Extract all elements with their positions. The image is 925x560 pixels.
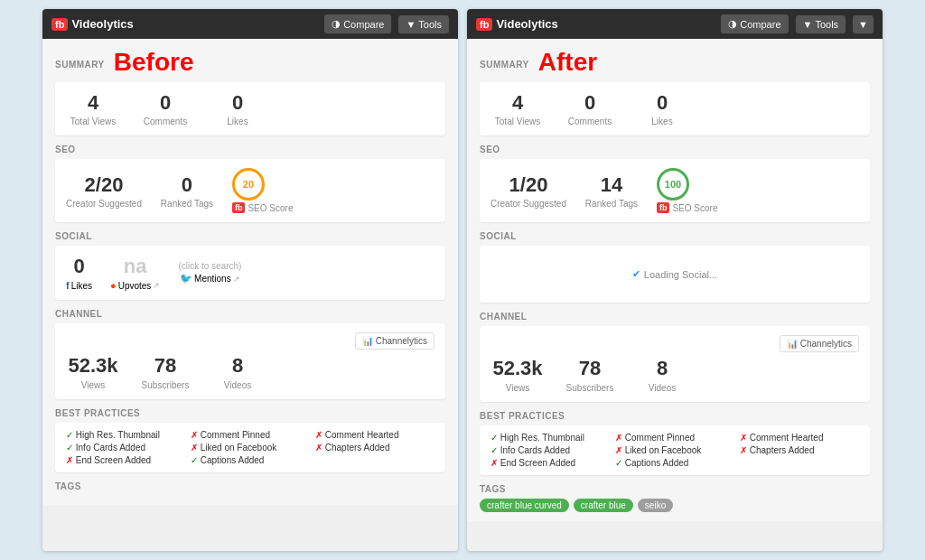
before-summary-label: SUMMARY [55, 60, 105, 70]
list-item: ✗ Chapters Added [740, 445, 859, 455]
before-comments: 0 Comments [138, 91, 192, 126]
list-item: ✗ Comment Pinned [615, 433, 734, 443]
before-channel-views: 52.3k Views [66, 354, 120, 389]
after-best-practices-card: ✓ High Res. Thumbnail ✗ Comment Pinned ✗… [480, 425, 870, 475]
after-score-brand: fb [657, 202, 670, 213]
before-seo-label: SEO [55, 145, 445, 154]
loading-check-icon: ✔ [632, 268, 640, 280]
after-social-label: SOCIAL [480, 231, 870, 241]
after-summary-label: SUMMARY [480, 60, 529, 70]
before-mentions-label: 🐦 Mentions ↗ [180, 273, 240, 285]
before-channel-stats: 52.3k Views 78 Subscribers 8 Videos [66, 354, 434, 389]
before-fb-label: f Likes [66, 280, 92, 291]
after-brand-name: Videolytics [496, 17, 557, 31]
after-tools-btn[interactable]: ▼ Tools [796, 15, 846, 33]
list-item: ✓ Captions Added [615, 458, 734, 468]
after-bp-label: BEST PRACTICES [480, 411, 870, 421]
before-summary-card: 4 Total Views 0 Comments 0 Likes [55, 82, 445, 135]
before-score-label: fb SEO Score [232, 202, 294, 213]
after-channel-header: 📊 Channelytics [491, 335, 859, 352]
chart-icon: 📊 [362, 336, 373, 346]
list-item: ✓ Captions Added [191, 455, 310, 465]
before-brand-name: Videolytics [71, 17, 133, 31]
list-item: ✗ Comment Pinned [191, 430, 310, 440]
before-likes-value: 0 [210, 91, 265, 115]
before-navbar: fb Videolytics ◑ Compare ▼ Tools [42, 9, 458, 39]
before-likes-label: Likes [210, 117, 265, 126]
before-best-practices-card: ✓ High Res. Thumbnail ✗ Comment Pinned ✗… [55, 423, 445, 472]
list-item: ✓ High Res. Thumbnail [66, 430, 185, 440]
before-ranked-value: 0 [160, 173, 214, 197]
after-chart-icon: 📊 [787, 339, 798, 349]
before-channelytics-btn[interactable]: 📊 Channelytics [355, 332, 434, 350]
before-social-card: 0 f Likes na ● Upvotes ↗ (click to searc [55, 246, 445, 300]
after-brand-icon: fb [476, 18, 492, 31]
list-item: ✗ Liked on Facebook [615, 445, 734, 455]
before-ranked-label: Ranked Tags [160, 199, 214, 209]
before-channel-videos: 8 Videos [210, 354, 265, 389]
after-compare-btn[interactable]: ◑ Compare [721, 14, 788, 33]
before-channel-header: 📊 Channelytics [66, 332, 434, 350]
before-title-row: SUMMARY Before [55, 48, 445, 77]
before-upvotes: na ● Upvotes ↗ [110, 255, 160, 291]
before-ranked-tags: 0 Ranked Tags [160, 173, 214, 209]
before-likes: 0 Likes [210, 91, 265, 126]
after-score-circle: 100 [657, 168, 689, 201]
after-arrow-btn[interactable]: ▼ [853, 15, 874, 33]
after-channel-stats: 52.3k Views 78 Subscribers 8 Videos [491, 357, 859, 392]
before-channel-card: 📊 Channelytics 52.3k Views 78 Subscriber… [55, 323, 445, 398]
tools-icon: ▼ [406, 19, 416, 30]
list-item: ✓ Info Cards Added [66, 443, 185, 453]
before-social-row: 0 f Likes na ● Upvotes ↗ (click to searc [66, 255, 434, 291]
before-creator-suggested: 2/20 Creator Suggested [66, 173, 142, 209]
before-views-label: Total Views [66, 117, 120, 126]
list-item: crafter blue [574, 499, 633, 512]
after-tags-label: TAGS [480, 484, 870, 494]
before-bp-grid: ✓ High Res. Thumbnail ✗ Comment Pinned ✗… [66, 430, 434, 465]
after-seo-card: 1/20 Creator Suggested 14 Ranked Tags 10… [480, 159, 870, 222]
after-channel-card: 📊 Channelytics 52.3k Views 78 Subscriber… [480, 326, 870, 401]
before-bp-label: BEST PRACTICES [55, 408, 445, 418]
before-creator-value: 2/20 [66, 173, 142, 197]
after-channel-label: CHANNEL [480, 312, 870, 322]
before-comments-value: 0 [138, 91, 192, 115]
before-upvotes-label: ● Upvotes ↗ [110, 280, 160, 291]
after-stats-row: 4 Total Views 0 Comments 0 Likes [491, 91, 859, 126]
before-heading: Before [114, 48, 194, 77]
after-title-row: SUMMARY After [480, 48, 870, 77]
list-item: ✗ Comment Hearted [315, 430, 434, 440]
after-channelytics-btn[interactable]: 📊 Channelytics [780, 335, 859, 352]
list-item: ✗ Comment Hearted [740, 433, 859, 443]
twitter-icon: 🐦 [180, 273, 192, 285]
after-heading: After [538, 48, 597, 77]
before-views-value: 4 [66, 91, 120, 115]
before-social-label: SOCIAL [55, 231, 445, 241]
before-comments-label: Comments [138, 117, 192, 126]
list-item: ✗ End Screen Added [66, 455, 185, 465]
after-channel-views: 52.3k Views [491, 357, 545, 392]
after-social-card: ✔ Loading Social... [480, 246, 870, 303]
before-tools-btn[interactable]: ▼ Tools [398, 15, 449, 33]
before-brand-icon: fb [51, 18, 68, 31]
reddit-icon: ● [110, 280, 117, 291]
list-item: ✗ End Screen Added [491, 458, 610, 468]
before-seo-row: 2/20 Creator Suggested 0 Ranked Tags 20 … [66, 168, 434, 213]
before-stats-row: 4 Total Views 0 Comments 0 Likes [66, 91, 434, 126]
before-score-brand: fb [232, 202, 246, 213]
before-content: SUMMARY Before 4 Total Views 0 Comments … [42, 39, 458, 505]
before-total-views: 4 Total Views [66, 91, 120, 126]
before-creator-label: Creator Suggested [66, 199, 142, 209]
before-tags-label: TAGS [55, 481, 445, 491]
after-compare-icon: ◑ [728, 18, 737, 30]
before-mentions: (click to search) 🐦 Mentions ↗ [178, 261, 241, 285]
list-item: ✓ Info Cards Added [491, 445, 610, 455]
facebook-icon: f [66, 280, 70, 291]
before-seo-score: 20 fb SEO Score [232, 168, 294, 213]
before-fb-likes: 0 f Likes [66, 255, 92, 291]
after-loading-text: ✔ Loading Social... [491, 255, 859, 294]
after-seo-label: SEO [480, 145, 870, 154]
after-panel: fb Videolytics ◑ Compare ▼ Tools ▼ SUMMA… [467, 9, 883, 551]
before-compare-btn[interactable]: ◑ Compare [324, 14, 391, 33]
compare-icon: ◑ [332, 18, 341, 30]
list-item: ✓ High Res. Thumbnail [491, 433, 610, 443]
